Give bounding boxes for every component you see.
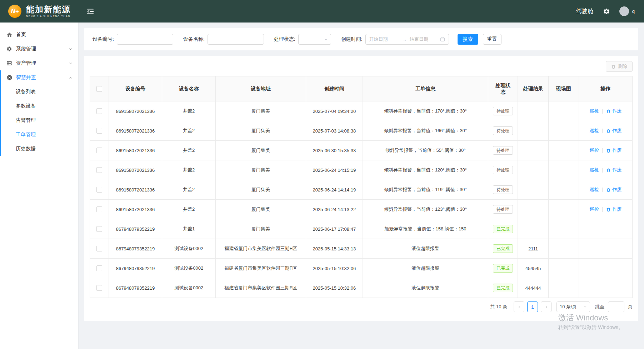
sidebar-subitem-history-data[interactable]: 历史数据 bbox=[0, 142, 78, 156]
row-checkbox[interactable] bbox=[96, 226, 102, 232]
action-divider bbox=[602, 148, 603, 153]
table-row: 867948079352219 测试设备0002 福建省厦门市集美区软件园三期F… bbox=[90, 239, 633, 259]
device-address-cell: 厦门集美 bbox=[216, 101, 306, 121]
jump-page-input[interactable] bbox=[608, 301, 624, 312]
sidebar-subitem-param-device[interactable]: 参数设备 bbox=[0, 99, 78, 113]
workorder-info-cell: 倾斜异常报警，当前值：120°,阈值：30° bbox=[363, 160, 488, 180]
search-button[interactable]: 搜索 bbox=[458, 34, 478, 45]
inspect-link[interactable]: 巡检 bbox=[589, 108, 599, 114]
page-size-select[interactable]: 10 条/页 bbox=[556, 301, 590, 312]
sidebar-item-assets[interactable]: 资产管理 bbox=[0, 56, 78, 70]
sidebar-item-smart-manhole[interactable]: 智慧井盖 bbox=[0, 70, 78, 85]
device-address-cell: 厦门集美 bbox=[216, 121, 306, 141]
status-cell: 待处理 bbox=[488, 121, 518, 141]
workorder-info-cell: 倾斜异常报警，当前值：123°,阈值：30° bbox=[363, 200, 488, 219]
sidebar-subitem-device-list[interactable]: 设备列表 bbox=[0, 85, 78, 99]
void-link[interactable]: 作废 bbox=[606, 108, 621, 114]
row-select-cell bbox=[90, 259, 109, 278]
workorder-info-cell: 倾斜异常报警，当前值：119°,阈值：30° bbox=[363, 180, 488, 200]
row-checkbox[interactable] bbox=[96, 167, 102, 173]
result-cell: 454545 bbox=[518, 259, 548, 278]
row-checkbox[interactable] bbox=[96, 285, 102, 291]
prev-page-button[interactable] bbox=[514, 301, 524, 312]
sidebar-subitem-alarm-mgmt[interactable]: 告警管理 bbox=[0, 113, 78, 128]
sidebar-item-system[interactable]: 系统管理 bbox=[0, 42, 78, 56]
status-select[interactable] bbox=[298, 34, 331, 45]
device-no-cell: 869158072021336 bbox=[109, 180, 162, 200]
delete-button[interactable]: 删除 bbox=[606, 61, 633, 72]
next-page-button[interactable] bbox=[541, 301, 551, 312]
inspect-link[interactable]: 巡检 bbox=[589, 206, 599, 213]
row-actions: 巡检 作废 bbox=[582, 167, 629, 173]
row-select-cell bbox=[90, 101, 109, 121]
select-all-checkbox[interactable] bbox=[96, 86, 102, 92]
table-row: 869158072021336 井盖2 厦门集美 2025-06-24 14:1… bbox=[90, 200, 633, 219]
status-badge: 已完成 bbox=[493, 264, 513, 273]
row-checkbox[interactable] bbox=[96, 187, 102, 193]
row-select-cell bbox=[90, 180, 109, 200]
sidebar-subitem-workorder-mgmt[interactable]: 工单管理 bbox=[0, 128, 78, 142]
device-no-cell: 869158072021336 bbox=[109, 121, 162, 141]
inspect-link[interactable]: 巡检 bbox=[589, 128, 599, 134]
page-button-1[interactable]: 1 bbox=[527, 301, 538, 312]
settings-gear-icon[interactable] bbox=[603, 8, 610, 15]
device-address-cell: 福建省厦门市集美区软件园三期F区 bbox=[216, 278, 306, 298]
filter-bar: 设备编号: 设备名称: 处理状态: 创建时间: 开始日期 → 结束日期 搜索 重… bbox=[84, 28, 638, 50]
row-checkbox[interactable] bbox=[96, 246, 102, 251]
device-no-cell: 867948079352219 bbox=[109, 259, 162, 278]
inspect-link[interactable]: 巡检 bbox=[589, 186, 599, 193]
void-link[interactable]: 作废 bbox=[606, 167, 621, 173]
col-created-time: 创建时间 bbox=[306, 76, 363, 101]
void-link[interactable]: 作废 bbox=[606, 186, 621, 193]
device-no-label: 设备编号: bbox=[93, 36, 114, 43]
status-badge: 已完成 bbox=[493, 284, 513, 293]
site-photo-cell bbox=[548, 141, 579, 160]
result-cell bbox=[518, 121, 548, 141]
void-link[interactable]: 作废 bbox=[606, 206, 621, 213]
void-link-label: 作废 bbox=[612, 206, 621, 213]
sidebar-item-label: 智慧井盖 bbox=[16, 74, 36, 81]
row-checkbox[interactable] bbox=[96, 265, 102, 271]
row-checkbox[interactable] bbox=[96, 108, 102, 114]
workorder-info-cell: 倾斜异常报警，当前值：55°,阈值：30° bbox=[363, 141, 488, 160]
device-address-cell: 厦门集美 bbox=[216, 200, 306, 219]
row-select-cell bbox=[90, 239, 109, 259]
sidebar-subitem-label: 告警管理 bbox=[16, 117, 36, 124]
device-address-cell: 福建省厦门市集美区软件园三期F区 bbox=[216, 239, 306, 259]
device-name-label: 设备名称: bbox=[183, 36, 205, 43]
end-date-placeholder[interactable]: 结束日期 bbox=[410, 36, 440, 43]
trash-icon bbox=[606, 129, 611, 133]
device-no-input[interactable] bbox=[117, 34, 173, 45]
action-divider bbox=[602, 207, 603, 212]
void-link[interactable]: 作废 bbox=[606, 147, 621, 154]
reset-button[interactable]: 重置 bbox=[483, 34, 501, 45]
manhole-cover-icon bbox=[6, 75, 13, 81]
date-range-picker[interactable]: 开始日期 → 结束日期 bbox=[365, 34, 449, 45]
row-checkbox[interactable] bbox=[96, 128, 102, 134]
inspect-link[interactable]: 巡检 bbox=[589, 167, 599, 173]
start-date-placeholder[interactable]: 开始日期 bbox=[369, 36, 400, 43]
void-link[interactable]: 作废 bbox=[606, 128, 621, 134]
range-arrow-icon: → bbox=[402, 37, 407, 42]
row-actions: 巡检 作废 bbox=[582, 128, 629, 134]
sidebar-item-home[interactable]: 首页 bbox=[0, 28, 78, 42]
sidebar-item-label: 资产管理 bbox=[16, 60, 36, 66]
row-checkbox[interactable] bbox=[96, 148, 102, 153]
row-checkbox[interactable] bbox=[96, 206, 102, 212]
device-name-cell: 井盖2 bbox=[162, 121, 216, 141]
sidebar-fold-button[interactable] bbox=[86, 7, 95, 16]
inspect-link[interactable]: 巡检 bbox=[589, 147, 599, 154]
device-name-cell: 测试设备0002 bbox=[162, 278, 216, 298]
device-name-input[interactable] bbox=[208, 34, 264, 45]
user-avatar[interactable] bbox=[619, 6, 629, 16]
row-actions: 巡检 作废 bbox=[582, 147, 629, 154]
created-time-cell: 2025-07-03 14:08:38 bbox=[306, 121, 363, 141]
cockpit-link[interactable]: 驾驶舱 bbox=[575, 7, 594, 15]
created-time-cell: 2025-06-17 17:08:47 bbox=[306, 219, 363, 239]
device-no-cell: 867948079352219 bbox=[109, 219, 162, 239]
table-header-row: 设备编号 设备名称 设备地址 创建时间 工单信息 处理状态 处理结果 现场图 操… bbox=[90, 76, 633, 101]
result-cell bbox=[518, 141, 548, 160]
table-body: 869158072021336 井盖2 厦门集美 2025-07-04 09:3… bbox=[90, 101, 633, 298]
menu-fold-icon bbox=[86, 8, 94, 15]
site-photo-cell bbox=[548, 278, 579, 298]
